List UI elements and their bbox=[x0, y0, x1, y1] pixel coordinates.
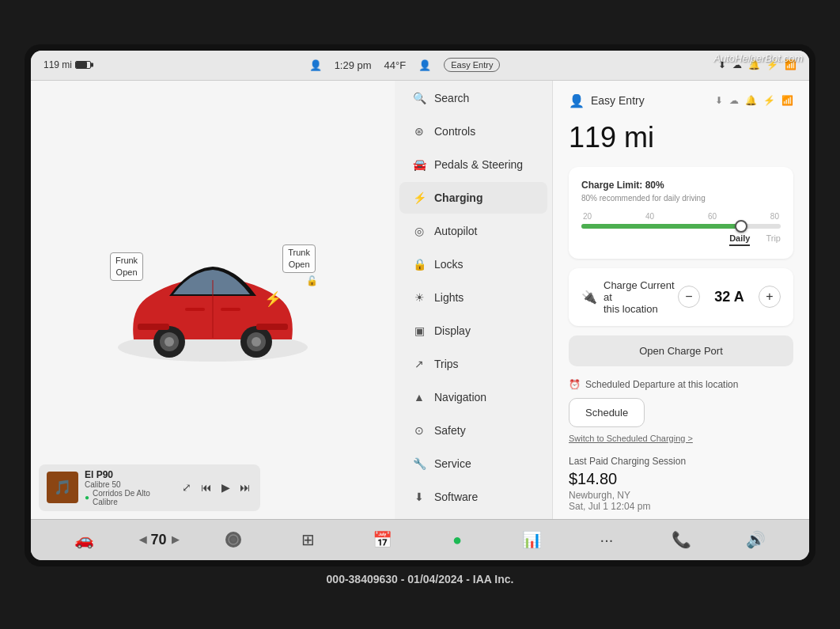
last-session-title: Last Paid Charging Session bbox=[569, 456, 793, 467]
panel-icon-4: ⚡ bbox=[763, 95, 775, 106]
svg-rect-9 bbox=[256, 324, 288, 330]
sidebar-item-charging[interactable]: ⚡ Charging bbox=[399, 182, 547, 214]
panel-icon-3: 🔔 bbox=[745, 95, 757, 106]
sidebar-item-trips[interactable]: ↗ Trips bbox=[399, 348, 547, 380]
decrease-current-button[interactable]: − bbox=[678, 286, 700, 308]
car-svg: ⚡ 🔓 bbox=[94, 237, 331, 379]
charging-icon: ⚡ bbox=[412, 191, 426, 204]
pedals-icon: 🚘 bbox=[412, 158, 426, 171]
play-button[interactable]: ▶ bbox=[220, 479, 232, 495]
music-title: El P90 bbox=[85, 469, 174, 480]
easy-entry-badge: Easy Entry bbox=[444, 58, 500, 72]
taskbar-phone[interactable]: 📞 bbox=[664, 522, 698, 557]
album-art: 🎵 bbox=[47, 472, 78, 503]
charge-current-control: − 32 A + bbox=[678, 286, 781, 308]
music-artist: Calibre 50 bbox=[85, 480, 174, 489]
sidebar-item-service[interactable]: 🔧 Service bbox=[399, 448, 547, 479]
music-album: ● Corridos De Alto Calibre bbox=[85, 489, 174, 506]
daily-tab[interactable]: Daily bbox=[729, 233, 750, 246]
sidebar-item-locks[interactable]: 🔒 Locks bbox=[399, 248, 547, 280]
open-charge-port-button[interactable]: Open Charge Port bbox=[569, 335, 793, 366]
taskbar-car[interactable]: 🚗 bbox=[66, 522, 101, 557]
software-icon: ⬇ bbox=[412, 491, 426, 503]
bottom-caption: 000-38409630 - 01/04/2024 - IAA Inc. bbox=[327, 573, 514, 585]
charge-limit-subtitle: 80% recommended for daily driving bbox=[581, 194, 781, 203]
safety-icon: ⊙ bbox=[412, 424, 426, 437]
svg-rect-11 bbox=[221, 308, 240, 311]
main-content: Frunk Open Trunk Open bbox=[31, 81, 809, 519]
schedule-button[interactable]: Schedule bbox=[569, 398, 645, 427]
prev-button[interactable]: ⏮ bbox=[199, 479, 214, 495]
user-icon: 👤 bbox=[418, 59, 431, 71]
increase-current-button[interactable]: + bbox=[759, 286, 781, 308]
taskbar-grid[interactable]: ⊞ bbox=[290, 522, 325, 557]
charge-slider[interactable] bbox=[581, 224, 781, 229]
panel-title: Easy Entry bbox=[591, 94, 645, 107]
sidebar-item-search[interactable]: 🔍 Search bbox=[399, 82, 547, 114]
sidebar-item-controls[interactable]: ⊛ Controls bbox=[399, 116, 547, 147]
switch-charging-link[interactable]: Switch to Scheduled Charging > bbox=[569, 434, 793, 443]
sidebar-item-lights[interactable]: ☀ Lights bbox=[399, 282, 547, 313]
slider-labels: 20 40 60 80 bbox=[581, 212, 781, 221]
expand-button[interactable]: ⤢ bbox=[180, 479, 193, 495]
sidebar: 🔍 Search ⊛ Controls 🚘 Pedals & Steering … bbox=[395, 81, 553, 519]
charge-current-section: 🔌 Charge Current at this location − 32 A… bbox=[569, 268, 793, 326]
charge-current-value: 32 A bbox=[709, 289, 749, 305]
panel-icon-2: ☁ bbox=[729, 95, 739, 106]
sidebar-item-pedals[interactable]: 🚘 Pedals & Steering bbox=[399, 149, 547, 180]
temp-display: 44°F bbox=[384, 59, 407, 71]
slider-fill bbox=[581, 224, 741, 229]
taskbar-spotify[interactable]: ● bbox=[440, 522, 475, 557]
panel-header: 👤 Easy Entry ⬇ ☁ 🔔 ⚡ 📶 bbox=[569, 93, 793, 108]
sidebar-item-safety[interactable]: ⊙ Safety bbox=[399, 415, 547, 446]
navigation-icon: ▲ bbox=[412, 391, 426, 404]
taskbar-volume[interactable]: 🔊 bbox=[739, 522, 774, 557]
charge-limit-title: Charge Limit: 80% bbox=[581, 180, 781, 191]
sidebar-item-display[interactable]: ▣ Display bbox=[399, 315, 547, 347]
next-button[interactable]: ⏭ bbox=[238, 479, 252, 495]
taskbar-camera[interactable] bbox=[216, 522, 251, 557]
camera-icon bbox=[225, 531, 242, 548]
svg-point-7 bbox=[252, 337, 261, 347]
slider-thumb[interactable] bbox=[735, 220, 747, 233]
music-player: 🎵 El P90 Calibre 50 ● Corridos De Alto C… bbox=[39, 464, 260, 511]
sidebar-item-software[interactable]: ⬇ Software bbox=[399, 481, 547, 513]
daily-trip-tabs: Daily Trip bbox=[581, 233, 781, 246]
last-paid-session: Last Paid Charging Session $14.80 Newbur… bbox=[569, 456, 793, 512]
person-icon: 👤 bbox=[309, 59, 322, 71]
display-icon: ▣ bbox=[412, 324, 426, 337]
panel-icon-5: 📶 bbox=[781, 95, 793, 106]
lights-icon: ☀ bbox=[412, 291, 426, 304]
car-view: Frunk Open Trunk Open bbox=[31, 81, 395, 519]
spotify-icon: ● bbox=[85, 493, 89, 502]
session-amount: $14.80 bbox=[569, 470, 793, 488]
trip-tab[interactable]: Trip bbox=[766, 233, 781, 246]
car-illustration: Frunk Open Trunk Open bbox=[94, 221, 331, 379]
locks-icon: 🔒 bbox=[412, 258, 426, 271]
autopilot-icon: ◎ bbox=[412, 225, 426, 237]
taskbar: 🚗 ◀ 70 ▶ ⊞ 📅 ● 📊 ··· 📞 🔊 bbox=[31, 519, 809, 560]
speed-left-arrow[interactable]: ◀ bbox=[139, 534, 146, 545]
sidebar-item-autopilot[interactable]: ◎ Autopilot bbox=[399, 215, 547, 247]
svg-rect-10 bbox=[185, 308, 205, 311]
speed-value: 70 bbox=[151, 532, 167, 548]
service-icon: 🔧 bbox=[412, 457, 426, 470]
charge-limit-section: Charge Limit: 80% 80% recommended for da… bbox=[569, 167, 793, 259]
mileage-status: 119 mi bbox=[44, 59, 91, 70]
taskbar-chart[interactable]: 📊 bbox=[515, 522, 550, 557]
taskbar-more[interactable]: ··· bbox=[589, 522, 624, 557]
watermark: AutoHelperBot.com bbox=[713, 52, 803, 64]
session-date: Sat, Jul 1 12:04 pm bbox=[569, 501, 793, 512]
session-location: Newburgh, NY bbox=[569, 490, 793, 501]
svg-point-16 bbox=[231, 537, 236, 542]
sidebar-item-navigation[interactable]: ▲ Navigation bbox=[399, 381, 547, 413]
svg-text:⚡: ⚡ bbox=[264, 290, 282, 308]
trips-icon: ↗ bbox=[412, 358, 426, 370]
taskbar-calendar[interactable]: 📅 bbox=[365, 522, 400, 557]
scheduled-label: ⏰ Scheduled Departure at this location bbox=[569, 379, 793, 390]
status-bar: 119 mi 👤 1:29 pm 44°F 👤 Easy Entry ⬇ ☁ 🔔… bbox=[31, 51, 809, 81]
speed-right-arrow[interactable]: ▶ bbox=[172, 534, 179, 545]
music-controls[interactable]: ⤢ ⏮ ▶ ⏭ bbox=[180, 479, 252, 495]
status-center: 👤 1:29 pm 44°F 👤 Easy Entry bbox=[309, 58, 501, 72]
scheduled-departure-section: ⏰ Scheduled Departure at this location S… bbox=[569, 379, 793, 443]
